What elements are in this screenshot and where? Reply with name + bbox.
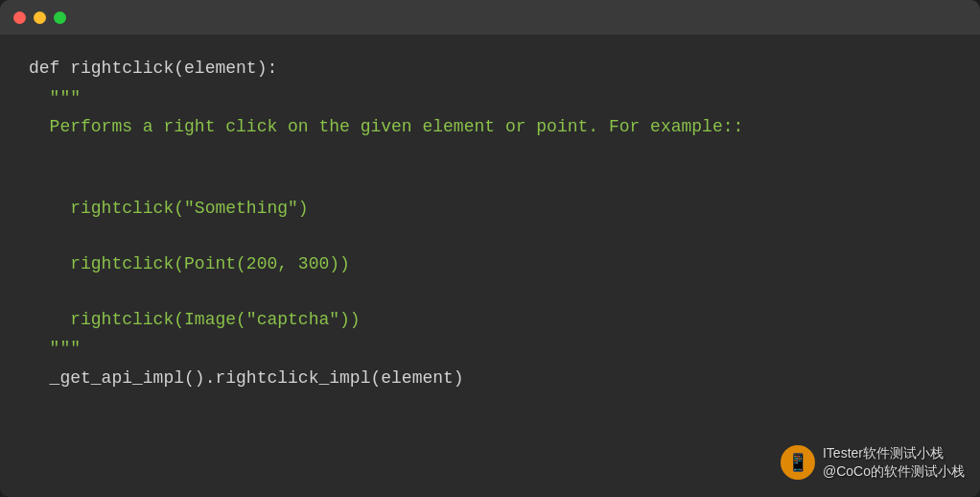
titlebar [0,0,980,35]
code-line-3: Performs a right click on the given elem… [29,112,951,142]
empty-line-1 [29,142,951,168]
code-line-2: """ [29,83,951,113]
code-line-10: rightclick(Image("captcha")) [29,305,951,335]
code-line-6: rightclick("Something") [29,194,951,224]
watermark-icon: 📱 [781,445,815,480]
watermark-line1: ITester软件测试小栈 [823,444,965,463]
code-area: def rightclick(element): """ Performs a … [0,35,980,497]
watermark-line2: @CoCo的软件测试小栈 [823,462,965,482]
empty-line-3 [29,224,951,249]
code-line-1: def rightclick(element): [29,54,951,83]
empty-line-2 [29,168,951,194]
terminal-window: def rightclick(element): """ Performs a … [0,0,980,497]
maximize-button[interactable] [54,12,66,24]
minimize-button[interactable] [34,12,46,24]
watermark: 📱 ITester软件测试小栈 @CoCo的软件测试小栈 [781,444,965,482]
close-button[interactable] [13,12,26,24]
watermark-text: ITester软件测试小栈 @CoCo的软件测试小栈 [823,444,965,482]
empty-line-4 [29,279,951,305]
code-line-12: _get_api_impl().rightclick_impl(element) [29,364,951,393]
code-line-8: rightclick(Point(200, 300)) [29,249,951,279]
code-line-11: """ [29,334,951,364]
